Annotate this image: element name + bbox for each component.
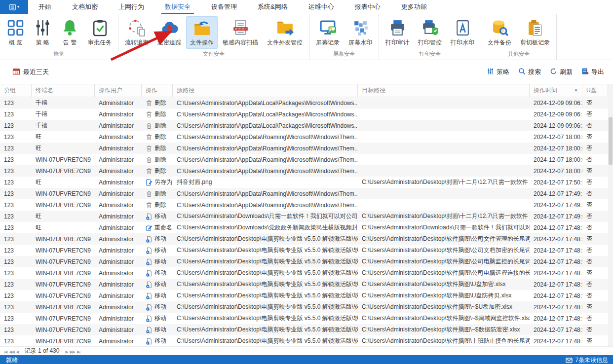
cell-source-path: C:\Users\Administrator\Desktop\电脑剪映专业版 v… [173,245,358,256]
cell-terminal: WIN-07UFVRE7CN9 [32,267,95,279]
screen-watermark-button[interactable]: 屏幕水印 [345,16,376,49]
column-header[interactable]: 目标路径 [358,84,530,97]
menubar-item[interactable]: 更多功能 [391,0,437,14]
move-icon [146,270,153,277]
table-row[interactable]: 123 WIN-07UFVRE7CN9 Administrator 删除 C:\… [0,188,613,199]
policy-sliders-button[interactable]: 策 略 [30,16,56,49]
table-row[interactable]: 123 WIN-07UFVRE7CN9 Administrator 删除 C:\… [0,154,613,165]
leak-trace-button[interactable]: 泄密追踪 [153,16,185,49]
menubar-item[interactable]: 文档加密 [62,0,108,14]
menubar-item[interactable]: 设备管理 [201,0,247,14]
move-icon [146,236,153,243]
table-row[interactable]: 123 旺 Administrator 另存为 抖音封面.png C:\User… [0,177,613,188]
cell-time: 2024-12-07 17:48:57 [530,301,582,313]
table-row[interactable]: 123 WIN-07UFVRE7CN9 Administrator 删除 C:\… [0,199,613,211]
menubar-item[interactable]: 系统&网络 [247,0,298,14]
pager-prev-button-0[interactable]: |◀ [3,350,8,354]
table-row[interactable]: 123 千禧 Administrator 删除 C:\Users\Adminis… [0,120,613,131]
table-row[interactable]: 123 旺 Administrator 移动 C:\Users\Administ… [0,211,613,222]
cell-time: 2024-12-07 17:48:59 [530,222,582,233]
sensitive-scan-icon [231,19,250,37]
table-row[interactable]: 123 WIN-07UFVRE7CN9 Administrator 移动 C:\… [0,290,613,301]
cell-user: Administrator [95,97,142,109]
unread-messages[interactable]: 7条未读信息 [566,356,608,364]
menubar-item[interactable]: 数据安全 [154,0,201,14]
file-outgoing-button[interactable]: 文件外发管控 [263,16,306,49]
file-backup-button[interactable]: 文件备份 [484,16,515,49]
table-row[interactable]: 123 WIN-07UFVRE7CN9 Administrator 删除 C:\… [0,165,613,177]
flow-trace-button[interactable]: 流转追溯 [121,16,153,49]
column-header[interactable]: 操作时间 ▼ [530,84,582,97]
sensitive-scan-button[interactable]: 敏感内容扫描 [219,16,262,49]
column-header[interactable]: U盘 [582,84,608,97]
table-row[interactable]: 123 千禧 Administrator 删除 C:\Users\Adminis… [0,97,613,109]
table-row[interactable]: 123 WIN-07UFVRE7CN9 Administrator 移动 C:\… [0,324,613,335]
date-range-filter[interactable]: 23 最近三天 [12,68,49,77]
cell-source-path: C:\Users\Administrator\Downloads\党政政务新闻政… [173,222,358,233]
table-row[interactable]: 123 WIN-07UFVRE7CN9 Administrator 移动 C:\… [0,267,613,279]
table-row[interactable]: 123 WIN-07UFVRE7CN9 Administrator 移动 C:\… [0,256,613,267]
cell-group: 123 [0,313,32,324]
cell-operation: 删除 [142,120,173,131]
table-header: 分组 终端名 操作用户 操作 源路径 目标路径 操作时间 ▼ U盘 [0,84,613,97]
column-header[interactable]: 操作用户 [95,84,142,97]
search-action[interactable]: 搜索 [518,68,541,76]
cell-terminal: WIN-07UFVRE7CN9 [32,279,95,290]
vertical-scrollbar[interactable] [608,84,613,346]
clipboard-record-button[interactable]: 剪切板记录 [516,16,554,49]
scrollbar-thumb[interactable] [609,117,613,165]
column-header[interactable]: 源路径 [173,84,358,97]
cell-terminal: WIN-07UFVRE7CN9 [32,165,95,177]
print-watermark-button[interactable]: 打印水印 [447,16,478,49]
table-row[interactable]: 123 WIN-07UFVRE7CN9 Administrator 移动 C:\… [0,279,613,290]
cell-operation: 移动 [142,301,173,313]
print-audit-button[interactable]: 打印审计 [382,16,413,49]
cell-source-path: C:\Users\Administrator\Desktop\电脑剪映专业版 v… [173,324,358,335]
column-header[interactable]: 操作 [142,84,173,97]
policy-filter-action[interactable]: 策略 [487,68,509,76]
table-row[interactable]: 123 旺 Administrator 删除 C:\Users\Administ… [0,143,613,154]
approval-tasks-button[interactable]: 审批任务 [84,16,115,49]
print-control-button[interactable]: 打印管控 [414,16,446,49]
table-row[interactable]: 123 千禧 Administrator 删除 C:\Users\Adminis… [0,109,613,120]
file-operations-button[interactable]: 文件操作 [186,16,218,49]
table-row[interactable]: 123 WIN-07UFVRE7CN9 Administrator 移动 C:\… [0,301,613,313]
pager-next-button-1[interactable]: ▶▶ [69,350,76,354]
move-icon [146,213,153,220]
cell-source-path: C:\Users\Administrator\Downloads\只需一款软件！… [173,211,358,222]
menubar-item[interactable]: 运维中心 [298,0,345,14]
table-row[interactable]: 123 旺 Administrator 重命名 C:\Users\Adminis… [0,222,613,233]
cell-source-path: C:\Users\Administrator\AppData\Roaming\M… [173,188,358,199]
sort-dropdown-icon[interactable]: ▼ [574,88,578,93]
table-row[interactable]: 123 WIN-07UFVRE7CN9 Administrator 移动 C:\… [0,313,613,324]
export-action[interactable]: 导出 [581,68,604,76]
cell-target-path [358,143,530,154]
alert-bell-button[interactable]: 告 警 [57,16,83,49]
pager-prev-button-2[interactable]: ◀ [15,350,20,354]
cell-usb: 否 [582,267,608,279]
pager-prev-button-1[interactable]: ◀◀ [8,350,15,354]
screen-record-button[interactable]: 屏幕记录 [312,16,344,49]
overview-grid-button[interactable]: 概 览 [2,16,29,49]
column-header[interactable]: 分组 [0,84,32,97]
cell-target-path: C:\Users\Administrator\Desktop\封面\十二月\12… [358,177,530,188]
cell-usb: 否 [582,222,608,233]
cell-target-path [358,120,530,131]
menubar-item[interactable]: 上网行为 [108,0,154,14]
pager-next-button-2[interactable]: ▶| [76,350,81,354]
cell-source-path: C:\Users\Administrator\AppData\Roaming\M… [173,154,358,165]
table-row[interactable]: 123 WIN-07UFVRE7CN9 Administrator 移动 C:\… [0,335,613,347]
table-row[interactable]: 123 WIN-07UFVRE7CN9 Administrator 移动 C:\… [0,245,613,256]
app-menu-button[interactable]: ▾ [0,0,28,14]
menubar: ▾ 开始文档加密上网行为数据安全设备管理系统&网络运维中心报表中心更多功能 [0,0,613,14]
refresh-action[interactable]: 刷新 [550,68,573,76]
menubar-item[interactable]: 开始 [28,0,62,14]
table-row[interactable]: 123 WIN-07UFVRE7CN9 Administrator 移动 C:\… [0,233,613,245]
menubar-item[interactable]: 报表中心 [345,0,391,14]
column-header[interactable]: 终端名 [32,84,95,97]
pager-next-button-0[interactable]: ▶ [64,350,69,354]
cell-time: 2024-12-07 18:00:01 [530,154,582,165]
delete-icon [146,122,153,129]
app-menu-icon [9,3,16,11]
table-row[interactable]: 123 旺 Administrator 删除 C:\Users\Administ… [0,131,613,143]
